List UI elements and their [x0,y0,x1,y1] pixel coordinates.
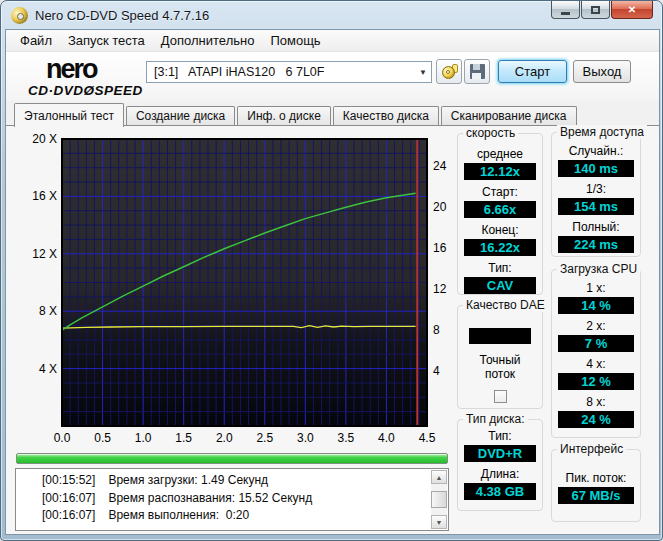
accurate-stream-label: Точный [479,353,520,367]
average-speed-value: 12.12x [464,163,536,180]
disc-type-groupbox: Тип диска: Тип: DVD+R Длина: 4.38 GB [457,419,543,511]
tab-strip: Эталонный тест Создание диска Инф. о дис… [6,101,659,126]
tab-scan-disc[interactable]: Сканирование диска [441,106,577,126]
speed-groupbox-title: скорость [463,126,518,140]
accurate-stream-checkbox[interactable] [494,390,507,403]
cpu-4x-label: 4 x: [586,357,605,371]
scrollbar-thumb[interactable] [431,491,447,508]
dae-quality-value [469,328,531,344]
svg-text:2.5: 2.5 [256,431,273,445]
cpu-4x-value: 12 % [558,373,634,390]
svg-text:1.5: 1.5 [175,431,192,445]
drive-select-value: [3:1] ATAPI iHAS120 6 7L0F [147,65,415,79]
svg-text:0.5: 0.5 [94,431,111,445]
progress-bar [16,453,448,464]
disc-length-label: Длина: [481,467,519,481]
menu-run-test[interactable]: Запуск теста [60,30,153,51]
end-speed-label: Конец: [481,223,518,237]
cpu-8x-value: 24 % [558,411,634,428]
cpu-groupbox-title: Загрузка CPU [557,262,640,276]
disc-type-value: DVD+R [464,445,536,462]
start-speed-label: Старт: [482,185,518,199]
disc-length-value: 4.38 GB [464,483,536,500]
svg-text:4: 4 [433,364,440,378]
close-icon: ✕ [628,4,636,15]
svg-text:12: 12 [433,282,447,296]
start-button[interactable]: Старт [498,60,567,83]
disc-groupbox-title: Тип диска: [463,412,528,426]
svg-text:3.5: 3.5 [338,431,355,445]
menu-bar: Файл Запуск теста Дополнительно Помощь [6,30,659,52]
svg-text:16 X: 16 X [32,189,57,203]
cddvdspeed-logo-text: CD·DVDØSPEED [28,84,163,98]
tab-disc-info[interactable]: Инф. о диске [237,106,331,126]
maximize-button[interactable] [581,1,610,19]
log-box[interactable]: [00:15:52] Время загрузки: 1.49 Секунд [… [15,468,449,531]
log-scrollbar[interactable]: ▲ ▼ [431,470,447,529]
eject-disc-button[interactable] [436,59,462,84]
svg-text:3.0: 3.0 [297,431,314,445]
menu-file[interactable]: Файл [12,30,60,51]
random-access-value: 140 ms [558,160,634,177]
end-speed-value: 16.22x [464,239,536,256]
scroll-up-icon[interactable]: ▲ [431,470,447,484]
svg-text:1.0: 1.0 [135,431,152,445]
app-window: Nero CD-DVD Speed 4.7.7.16 ✕ Файл Запуск… [0,0,663,541]
third-access-value: 154 ms [558,198,634,215]
svg-text:16: 16 [433,241,447,255]
svg-text:4.0: 4.0 [378,431,395,445]
minimize-icon [561,12,570,15]
svg-text:12 X: 12 X [32,247,57,261]
cpu-usage-groupbox: Загрузка CPU 1 x: 14 % 2 x: 7 % 4 x: 12 … [551,269,641,438]
svg-text:4.5: 4.5 [419,431,436,445]
svg-text:20: 20 [433,200,447,214]
access-groupbox-title: Время доступа [557,125,647,139]
disc-type-label: Тип: [488,429,511,443]
third-access-label: 1/3: [586,182,606,196]
window-title: Nero CD-DVD Speed 4.7.7.16 [35,8,209,23]
speed-type-value: CAV [464,277,536,294]
speed-groupbox: скорость среднее 12.12x Старт: 6.66x Кон… [457,133,543,295]
title-bar[interactable]: Nero CD-DVD Speed 4.7.7.16 ✕ [1,1,663,29]
maximize-icon [591,6,600,14]
svg-text:20 X: 20 X [32,132,57,146]
tab-create-disc[interactable]: Создание диска [126,106,235,126]
log-entry: [00:16:07] Время распознавания: 15.52 Се… [42,490,448,508]
minimize-button[interactable] [551,1,580,19]
svg-text:8 X: 8 X [39,304,57,318]
cpu-2x-label: 2 x: [586,319,605,333]
random-access-label: Случайн.: [569,144,624,158]
transfer-rate-chart: 20 X16 X12 X8 X4 X24201612840.00.51.01.5… [14,131,450,447]
log-entry: [00:16:07] Время выполнения: 0:20 [42,507,448,525]
dae-quality-groupbox: Качество DAE Точный поток [457,305,543,409]
disc-hand-icon [441,64,458,80]
svg-text:24: 24 [433,159,447,173]
svg-text:2.0: 2.0 [216,431,233,445]
benchmark-panel: 20 X16 X12 X8 X4 X24201612840.00.51.01.5… [6,125,659,534]
scroll-down-icon[interactable]: ▼ [431,515,447,529]
interface-groupbox-title: Интерфейс [557,442,626,456]
close-button[interactable]: ✕ [611,1,653,19]
start-speed-value: 6.66x [464,201,536,218]
interface-groupbox: Интерфейс Пик. поток: 67 MB/s [551,449,641,522]
tab-disc-quality[interactable]: Качество диска [333,106,439,126]
menu-extra[interactable]: Дополнительно [153,30,263,51]
cpu-1x-label: 1 x: [586,281,605,295]
access-time-groupbox: Время доступа Случайн.: 140 ms 1/3: 154 … [551,132,641,257]
speed-type-label: Тип: [488,261,511,275]
nero-logo: nero CD·DVDØSPEED [28,56,163,98]
svg-text:4 X: 4 X [39,362,57,376]
cpu-2x-value: 7 % [558,335,634,352]
app-icon [11,7,28,24]
peak-rate-label: Пик. поток: [566,471,627,485]
exit-button[interactable]: Выход [573,60,631,83]
chevron-down-icon: ▼ [415,68,431,77]
window-body: Файл Запуск теста Дополнительно Помощь n… [5,29,660,535]
svg-text:0.0: 0.0 [54,431,71,445]
drive-select[interactable]: [3:1] ATAPI iHAS120 6 7L0F ▼ [146,61,432,83]
save-icon [470,64,485,79]
menu-help[interactable]: Помощь [262,30,328,51]
peak-rate-value: 67 MB/s [558,487,634,504]
tab-benchmark[interactable]: Эталонный тест [14,103,124,127]
save-button[interactable] [464,59,490,84]
